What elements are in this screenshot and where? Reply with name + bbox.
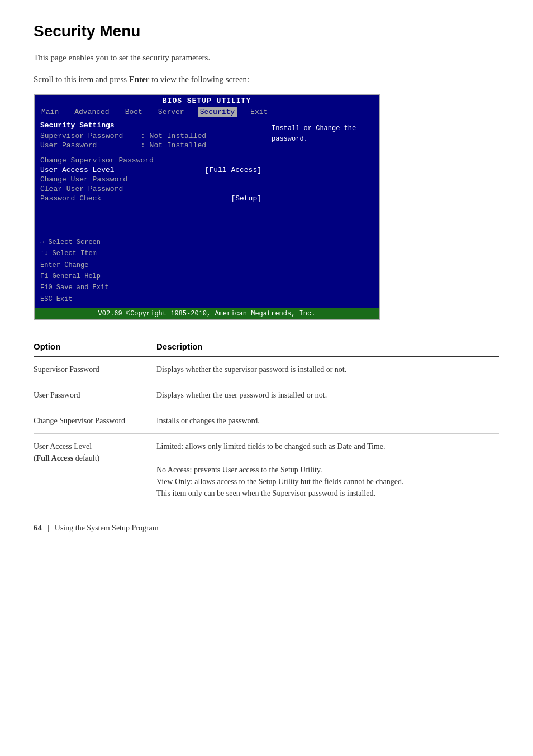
bios-item-clear-user[interactable]: Clear User Password [40,185,261,193]
shortcut-select-item: ↑↓ Select Item [40,248,261,259]
bios-user-password-label: User Password [40,141,141,150]
bios-item-user-access[interactable]: User Access Level [Full Access] [40,166,261,174]
description-cell: Installs or changes the password. [156,408,499,434]
footer-separator: | [47,524,49,533]
bios-menu-boot[interactable]: Boot [123,107,145,117]
bios-setup-utility: BIOS SETUP UTILITY Main Advanced Boot Se… [34,94,380,320]
bios-item-change-user[interactable]: Change User Password [40,175,261,184]
bios-supervisor-row: Supervisor Password : Not Installed [40,132,261,140]
options-table: Option Description Supervisor Password D… [34,337,499,506]
option-cell: Supervisor Password [34,356,156,382]
shortcut-f10-save: F10 Save and Exit [40,282,261,293]
bios-supervisor-label: Supervisor Password [40,132,141,140]
page-number: 64 [34,523,42,533]
bios-footer: V02.69 ©Copyright 1985-2010, American Me… [35,308,379,319]
footer-label: Using the System Setup Program [55,524,159,533]
bios-menu-security[interactable]: Security [198,107,237,117]
bios-menu-bar: Main Advanced Boot Server Security Exit [35,106,379,118]
bios-user-password-row: User Password : Not Installed [40,141,261,150]
shortcut-select-screen: ↔ Select Screen [40,237,261,248]
description-cell: Displays whether the supervisor password… [156,356,499,382]
table-row: User Password Displays whether the user … [34,382,499,408]
bios-menu-server[interactable]: Server [156,107,187,117]
shortcut-f1-help: F1 General Help [40,271,261,282]
intro-paragraph-2: Scroll to this item and press Enter to v… [34,73,499,86]
option-cell: User Password [34,382,156,408]
bios-item-password-check[interactable]: Password Check [Setup] [40,194,261,203]
shortcut-enter-change: Enter Change [40,260,261,271]
bios-title-bar: BIOS SETUP UTILITY [35,95,379,106]
bios-help-text: Install or Change the password. [272,123,374,145]
bios-menu-main[interactable]: Main [39,107,61,117]
table-row: Change Supervisor Password Installs or c… [34,408,499,434]
intro-paragraph-1: This page enables you to set the securit… [34,51,499,64]
description-cell: Displays whether the user password is in… [156,382,499,408]
bios-section-title: Security Settings [40,121,261,130]
table-row: User Access Level(Full Access default) L… [34,434,499,506]
bios-menu-exit[interactable]: Exit [248,107,270,117]
col-header-option: Option [34,337,156,356]
option-cell: User Access Level(Full Access default) [34,434,156,506]
option-cell: Change Supervisor Password [34,408,156,434]
bios-right-panel: Install or Change the password. [267,118,379,308]
page-title: Security Menu [34,22,499,40]
full-access-bold: Full Access [36,454,74,462]
table-header-row: Option Description [34,337,499,356]
shortcut-esc-exit: ESC Exit [40,294,261,305]
col-header-description: Description [156,337,499,356]
description-part-2: No Access: prevents User access to the S… [156,466,403,497]
page-footer: 64 | Using the System Setup Program [34,523,499,533]
bios-supervisor-value: : Not Installed [141,132,206,140]
bios-item-change-supervisor[interactable]: Change Supervisor Password [40,156,261,165]
table-row: Supervisor Password Displays whether the… [34,356,499,382]
bios-shortcuts: ↔ Select Screen ↑↓ Select Item Enter Cha… [40,214,261,305]
description-cell: Limited: allows only limited fields to b… [156,434,499,506]
bios-body: Security Settings Supervisor Password : … [35,118,379,308]
bios-menu-advanced[interactable]: Advanced [72,107,111,117]
bios-left-panel: Security Settings Supervisor Password : … [35,118,267,308]
bios-user-password-value: : Not Installed [141,141,206,150]
description-part-1: Limited: allows only limited fields to b… [156,442,385,451]
